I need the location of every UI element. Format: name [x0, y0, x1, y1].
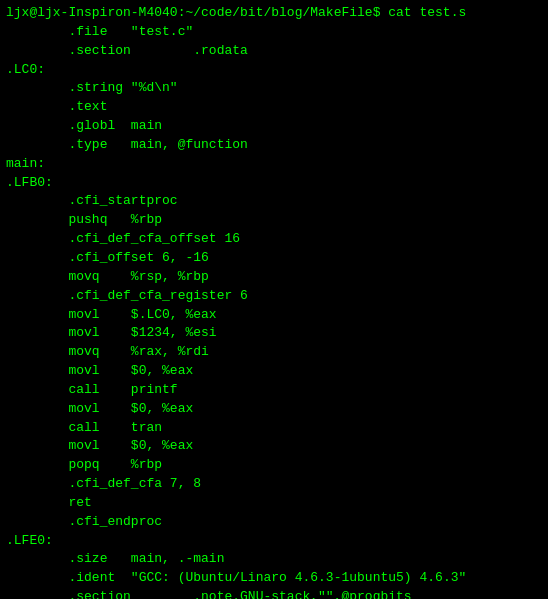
terminal: ljx@ljx-Inspiron-M4040:~/code/bit/blog/M…	[0, 0, 548, 599]
terminal-line: popq %rbp	[6, 456, 542, 475]
terminal-line: .section .note.GNU-stack,"",@progbits	[6, 588, 542, 599]
terminal-line: .file "test.c"	[6, 23, 542, 42]
terminal-line: movl $.LC0, %eax	[6, 306, 542, 325]
terminal-line: .string "%d\n"	[6, 79, 542, 98]
terminal-line: .cfi_def_cfa_register 6	[6, 287, 542, 306]
terminal-line: .cfi_endproc	[6, 513, 542, 532]
terminal-line: .LFB0:	[6, 174, 542, 193]
terminal-line: movq %rax, %rdi	[6, 343, 542, 362]
terminal-line: call printf	[6, 381, 542, 400]
terminal-line: movl $1234, %esi	[6, 324, 542, 343]
terminal-line: .section .rodata	[6, 42, 542, 61]
terminal-line: call tran	[6, 419, 542, 438]
terminal-line: movl $0, %eax	[6, 362, 542, 381]
terminal-line: .LFE0:	[6, 532, 542, 551]
terminal-line: .cfi_offset 6, -16	[6, 249, 542, 268]
terminal-line: movl $0, %eax	[6, 400, 542, 419]
terminal-line: .size main, .-main	[6, 550, 542, 569]
terminal-line: .ident "GCC: (Ubuntu/Linaro 4.6.3-1ubunt…	[6, 569, 542, 588]
terminal-line: .text	[6, 98, 542, 117]
terminal-line: .cfi_startproc	[6, 192, 542, 211]
terminal-line: main:	[6, 155, 542, 174]
terminal-line: .type main, @function	[6, 136, 542, 155]
terminal-line: .cfi_def_cfa 7, 8	[6, 475, 542, 494]
terminal-line: .LC0:	[6, 61, 542, 80]
terminal-line: .globl main	[6, 117, 542, 136]
terminal-line: ljx@ljx-Inspiron-M4040:~/code/bit/blog/M…	[6, 4, 542, 23]
terminal-line: movl $0, %eax	[6, 437, 542, 456]
terminal-line: movq %rsp, %rbp	[6, 268, 542, 287]
terminal-line: .cfi_def_cfa_offset 16	[6, 230, 542, 249]
terminal-line: ret	[6, 494, 542, 513]
terminal-line: pushq %rbp	[6, 211, 542, 230]
